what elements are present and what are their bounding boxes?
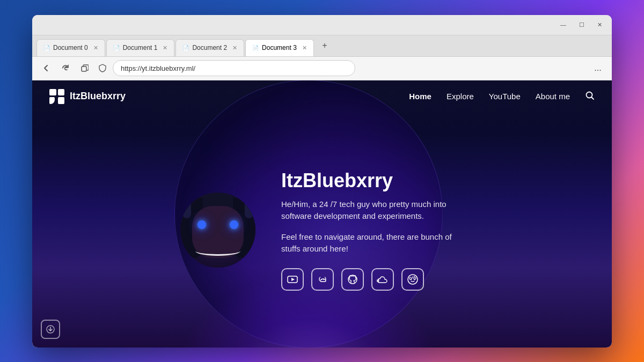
reddit-social-button[interactable] bbox=[401, 268, 424, 291]
hero-text-block: ItzBluebxrry He/Him, a 24 /7 tech guy wh… bbox=[281, 169, 464, 291]
new-tab-button[interactable]: + bbox=[317, 38, 332, 53]
tab-label: Document 1 bbox=[123, 44, 158, 51]
tab-document-3[interactable]: 📄 Document 3 ✕ bbox=[245, 39, 314, 56]
logo-cell-1 bbox=[49, 89, 56, 96]
logo-cell-4 bbox=[58, 97, 65, 104]
logo-cell-2 bbox=[58, 89, 65, 96]
site-nav-links: Home Explore YouTube About me bbox=[409, 91, 595, 102]
tab-icon: 📄 bbox=[43, 45, 50, 51]
github-social-button[interactable] bbox=[341, 268, 364, 291]
tab-document-1[interactable]: 📄 Document 1 ✕ bbox=[106, 39, 175, 56]
tab-label: Document 3 bbox=[262, 44, 297, 51]
svg-marker-4 bbox=[291, 278, 295, 281]
tab-close-1[interactable]: ✕ bbox=[163, 45, 167, 51]
maximize-button[interactable]: ☐ bbox=[576, 20, 588, 29]
back-button[interactable] bbox=[39, 61, 54, 76]
copy-icon bbox=[81, 64, 89, 72]
back-icon bbox=[42, 64, 50, 72]
tab-icon: 📄 bbox=[182, 45, 189, 51]
tab-close-0[interactable]: ✕ bbox=[93, 45, 98, 51]
url-bar[interactable]: https://yt.itzbluebxrry.ml/ bbox=[113, 60, 355, 76]
svg-point-13 bbox=[414, 276, 415, 277]
svg-line-2 bbox=[592, 97, 594, 99]
menu-button[interactable]: ... bbox=[590, 61, 605, 76]
hero-content: ItzBluebxrry He/Him, a 24 /7 tech guy wh… bbox=[180, 169, 464, 291]
tab-close-3[interactable]: ✕ bbox=[302, 45, 307, 51]
svg-point-15 bbox=[414, 277, 416, 279]
webpage-content: ItzBluebxrry Home Explore YouTube About … bbox=[32, 80, 612, 348]
tab-label: Document 2 bbox=[192, 44, 227, 51]
tab-label: Document 0 bbox=[53, 44, 88, 51]
copy-button[interactable] bbox=[77, 61, 92, 76]
tab-bar: 📄 Document 0 ✕ 📄 Document 1 ✕ 📄 Document… bbox=[32, 35, 612, 57]
svg-rect-0 bbox=[82, 67, 86, 71]
avatar bbox=[180, 193, 255, 268]
svg-point-5 bbox=[321, 279, 322, 280]
browser-window: — ☐ ✕ 📄 Document 0 ✕ 📄 Document 1 ✕ 📄 Do… bbox=[32, 15, 612, 348]
hero-bio: He/Him, a 24 /7 tech guy who pretty much… bbox=[281, 198, 464, 223]
nav-explore[interactable]: Explore bbox=[447, 92, 474, 101]
download-button[interactable] bbox=[41, 320, 60, 339]
nav-about[interactable]: About me bbox=[536, 92, 570, 101]
logo-grid-icon bbox=[49, 89, 64, 104]
nav-home[interactable]: Home bbox=[409, 92, 431, 101]
title-bar: — ☐ ✕ bbox=[32, 15, 612, 35]
svg-point-1 bbox=[587, 92, 592, 98]
hero-name: ItzBluebxrry bbox=[281, 169, 464, 192]
site-navbar: ItzBluebxrry Home Explore YouTube About … bbox=[32, 80, 612, 113]
logo-cell-3 bbox=[49, 97, 55, 104]
avatar-inner bbox=[180, 193, 255, 268]
social-icons bbox=[281, 268, 464, 291]
address-bar: https://yt.itzbluebxrry.ml/ ... bbox=[32, 57, 612, 80]
tab-icon: 📄 bbox=[252, 45, 259, 51]
refresh-button[interactable] bbox=[58, 61, 73, 76]
site-logo[interactable]: ItzBluebxrry bbox=[49, 89, 126, 104]
refresh-icon bbox=[62, 64, 69, 72]
youtube-social-button[interactable] bbox=[281, 268, 304, 291]
hero-section: ItzBluebxrry He/Him, a 24 /7 tech guy wh… bbox=[32, 113, 612, 348]
tab-document-0[interactable]: 📄 Document 0 ✕ bbox=[36, 39, 105, 56]
site-logo-text: ItzBluebxrry bbox=[70, 91, 126, 102]
soundcloud-social-button[interactable] bbox=[371, 268, 394, 291]
svg-point-14 bbox=[409, 277, 412, 279]
tab-document-2[interactable]: 📄 Document 2 ✕ bbox=[175, 39, 244, 56]
discord-social-button[interactable] bbox=[311, 268, 334, 291]
url-text: https://yt.itzbluebxrry.ml/ bbox=[121, 64, 195, 72]
close-button[interactable]: ✕ bbox=[594, 20, 605, 29]
tab-close-2[interactable]: ✕ bbox=[232, 45, 237, 51]
svg-point-6 bbox=[323, 279, 324, 280]
shield-icon bbox=[97, 62, 108, 74]
tab-icon: 📄 bbox=[113, 45, 120, 51]
svg-point-10 bbox=[408, 275, 418, 284]
hero-cta: Feel free to navigate around, there are … bbox=[281, 231, 464, 255]
nav-youtube[interactable]: YouTube bbox=[489, 92, 521, 101]
minimize-button[interactable]: — bbox=[557, 20, 569, 29]
search-icon[interactable] bbox=[585, 91, 595, 102]
